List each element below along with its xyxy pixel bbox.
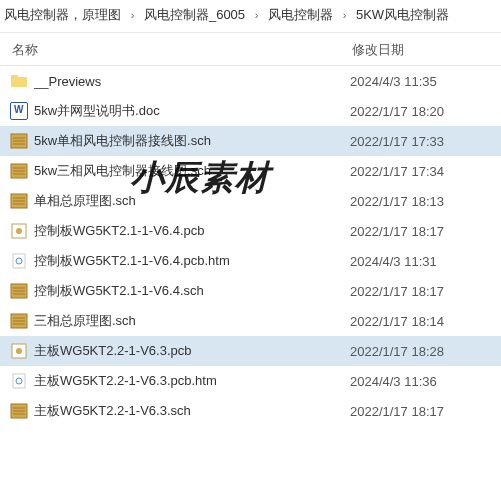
- file-row[interactable]: 主板WG5KT2.2-1-V6.3.pcb2022/1/17 18:28: [0, 336, 501, 366]
- file-date: 2022/1/17 18:17: [350, 284, 491, 299]
- file-list: __Previews2024/4/3 11:355kw并网型说明书.doc202…: [0, 66, 501, 426]
- file-date: 2022/1/17 18:20: [350, 104, 491, 119]
- folder-icon: [10, 72, 28, 90]
- file-date: 2022/1/17 18:14: [350, 314, 491, 329]
- column-headers: 名称 修改日期: [0, 33, 501, 66]
- breadcrumb-item[interactable]: 风电控制器，原理图: [4, 7, 121, 22]
- file-date: 2024/4/3 11:36: [350, 374, 491, 389]
- svg-rect-1: [11, 75, 18, 79]
- file-name: 控制板WG5KT2.1-1-V6.4.pcb: [34, 222, 350, 240]
- sch-icon: [10, 192, 28, 210]
- file-name: __Previews: [34, 74, 350, 89]
- chevron-right-icon: ›: [255, 9, 259, 21]
- svg-rect-16: [13, 254, 25, 268]
- file-row[interactable]: 主板WG5KT2.2-1-V6.3.sch2022/1/17 18:17: [0, 396, 501, 426]
- htm-icon: [10, 372, 28, 390]
- file-row[interactable]: 控制板WG5KT2.1-1-V6.4.pcb.htm2024/4/3 11:31: [0, 246, 501, 276]
- sch-icon: [10, 162, 28, 180]
- column-name[interactable]: 名称: [12, 41, 352, 59]
- sch-icon: [10, 402, 28, 420]
- breadcrumb-item[interactable]: 风电控制器: [268, 7, 333, 22]
- file-name: 单相总原理图.sch: [34, 192, 350, 210]
- pcb-icon: [10, 342, 28, 360]
- file-name: 主板WG5KT2.2-1-V6.3.pcb.htm: [34, 372, 350, 390]
- svg-point-15: [16, 228, 22, 234]
- file-row[interactable]: 5kw三相风电控制器接线图.sch2022/1/17 17:34: [0, 156, 501, 186]
- chevron-right-icon: ›: [131, 9, 135, 21]
- file-name: 三相总原理图.sch: [34, 312, 350, 330]
- svg-point-27: [16, 348, 22, 354]
- file-row[interactable]: 5kw并网型说明书.doc2022/1/17 18:20: [0, 96, 501, 126]
- file-date: 2022/1/17 18:17: [350, 224, 491, 239]
- breadcrumb-item[interactable]: 风电控制器_6005: [144, 7, 245, 22]
- file-name: 控制板WG5KT2.1-1-V6.4.sch: [34, 282, 350, 300]
- chevron-right-icon: ›: [343, 9, 347, 21]
- file-row[interactable]: 控制板WG5KT2.1-1-V6.4.sch2022/1/17 18:17: [0, 276, 501, 306]
- file-date: 2024/4/3 11:31: [350, 254, 491, 269]
- column-date[interactable]: 修改日期: [352, 41, 489, 59]
- file-name: 主板WG5KT2.2-1-V6.3.pcb: [34, 342, 350, 360]
- sch-icon: [10, 132, 28, 150]
- htm-icon: [10, 252, 28, 270]
- file-row[interactable]: 主板WG5KT2.2-1-V6.3.pcb.htm2024/4/3 11:36: [0, 366, 501, 396]
- file-date: 2022/1/17 17:33: [350, 134, 491, 149]
- breadcrumb-item[interactable]: 5KW风电控制器: [356, 7, 449, 22]
- pcb-icon: [10, 222, 28, 240]
- file-date: 2022/1/17 17:34: [350, 164, 491, 179]
- file-row[interactable]: __Previews2024/4/3 11:35: [0, 66, 501, 96]
- file-row[interactable]: 三相总原理图.sch2022/1/17 18:14: [0, 306, 501, 336]
- file-name: 5kw并网型说明书.doc: [34, 102, 350, 120]
- file-name: 主板WG5KT2.2-1-V6.3.sch: [34, 402, 350, 420]
- file-name: 控制板WG5KT2.1-1-V6.4.pcb.htm: [34, 252, 350, 270]
- file-date: 2024/4/3 11:35: [350, 74, 491, 89]
- file-row[interactable]: 单相总原理图.sch2022/1/17 18:13: [0, 186, 501, 216]
- file-row[interactable]: 控制板WG5KT2.1-1-V6.4.pcb2022/1/17 18:17: [0, 216, 501, 246]
- file-date: 2022/1/17 18:13: [350, 194, 491, 209]
- file-name: 5kw单相风电控制器接线图.sch: [34, 132, 350, 150]
- doc-icon: [10, 102, 28, 120]
- svg-rect-28: [13, 374, 25, 388]
- sch-icon: [10, 282, 28, 300]
- file-row[interactable]: 5kw单相风电控制器接线图.sch2022/1/17 17:33: [0, 126, 501, 156]
- file-date: 2022/1/17 18:28: [350, 344, 491, 359]
- file-date: 2022/1/17 18:17: [350, 404, 491, 419]
- breadcrumb[interactable]: 风电控制器，原理图 › 风电控制器_6005 › 风电控制器 › 5KW风电控制…: [0, 0, 501, 30]
- file-name: 5kw三相风电控制器接线图.sch: [34, 162, 350, 180]
- sch-icon: [10, 312, 28, 330]
